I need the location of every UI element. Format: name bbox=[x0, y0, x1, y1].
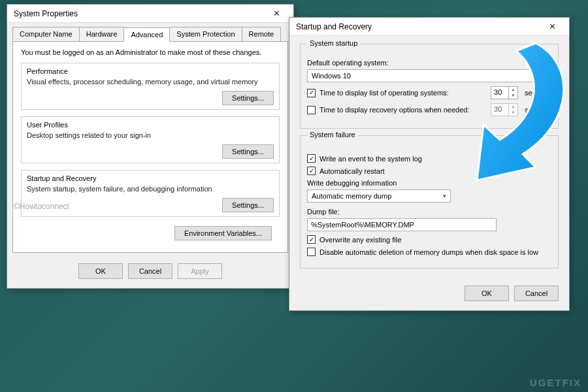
tab-computer-name[interactable]: Computer Name bbox=[12, 27, 80, 41]
dialog-buttons: OK Cancel bbox=[289, 279, 569, 310]
titlebar: System Properties ✕ bbox=[7, 5, 293, 23]
performance-group: Performance Visual effects, processor sc… bbox=[21, 63, 280, 110]
auto-restart-checkbox[interactable]: ✓ bbox=[307, 167, 316, 175]
default-os-select[interactable]: Windows 10 ▾ bbox=[307, 69, 551, 82]
disable-delete-checkbox[interactable] bbox=[307, 248, 316, 256]
startup-recovery-settings-button[interactable]: Settings... bbox=[222, 198, 274, 212]
apply-button: Apply bbox=[178, 263, 222, 279]
close-icon[interactable]: ✕ bbox=[539, 19, 565, 35]
debug-info-value: Automatic memory dump bbox=[312, 192, 391, 200]
window-title: System Properties bbox=[14, 9, 263, 18]
titlebar: Startup and Recovery ✕ bbox=[289, 18, 569, 36]
tab-body: You must be logged on as an Administrato… bbox=[12, 42, 288, 253]
dialog-body: System startup Default operating system:… bbox=[289, 36, 569, 279]
default-os-label: Default operating system: bbox=[307, 59, 551, 67]
time-recovery-label: Time to display recovery options when ne… bbox=[319, 106, 487, 114]
tab-strip: Computer Name Hardware Advanced System P… bbox=[12, 27, 288, 42]
ok-button[interactable]: OK bbox=[78, 263, 123, 279]
time-list-unit: seconds bbox=[525, 89, 551, 97]
intro-text: You must be logged on as an Administrato… bbox=[21, 48, 280, 56]
performance-settings-button[interactable]: Settings... bbox=[222, 91, 274, 105]
tab-remote[interactable]: Remote bbox=[242, 27, 282, 41]
overwrite-label: Overwrite any existing file bbox=[319, 236, 401, 244]
user-profiles-title: User Profiles bbox=[27, 121, 274, 129]
close-icon[interactable]: ✕ bbox=[263, 6, 289, 22]
system-properties-window: System Properties ✕ Computer Name Hardwa… bbox=[7, 4, 294, 289]
time-list-label: Time to display list of operating system… bbox=[319, 89, 487, 97]
dump-file-input[interactable]: %SystemRoot%\MEMORY.DMP bbox=[307, 218, 497, 231]
chevron-down-icon: ▾ bbox=[443, 193, 446, 199]
debug-info-label: Write debugging information bbox=[307, 179, 551, 187]
write-event-label: Write an event to the system log bbox=[319, 155, 422, 163]
auto-restart-label: Automatically restart bbox=[319, 167, 385, 175]
attribution-text: ©Howtoconnect bbox=[14, 202, 69, 211]
cancel-button[interactable]: Cancel bbox=[128, 263, 172, 279]
disable-delete-label: Disable automatic deletion of memory dum… bbox=[319, 248, 538, 256]
dump-file-label: Dump file: bbox=[307, 208, 551, 216]
time-list-spinner[interactable]: 30 ▲▼ bbox=[491, 86, 518, 99]
startup-recovery-title: Startup and Recovery bbox=[27, 174, 274, 182]
tab-advanced[interactable]: Advanced bbox=[123, 27, 170, 42]
overwrite-checkbox[interactable]: ✓ bbox=[307, 235, 316, 244]
time-recovery-spinner: 30 ▲▼ bbox=[491, 103, 518, 116]
time-list-checkbox[interactable]: ✓ bbox=[307, 89, 316, 97]
system-startup-fieldset: System startup Default operating system:… bbox=[300, 44, 559, 129]
write-event-checkbox[interactable]: ✓ bbox=[307, 154, 316, 163]
user-profiles-desc: Desktop settings related to your sign-in bbox=[27, 131, 274, 139]
default-os-value: Windows 10 bbox=[312, 72, 351, 80]
system-failure-fieldset: System failure ✓ Write an event to the s… bbox=[300, 135, 559, 269]
window-title: Startup and Recovery bbox=[296, 22, 539, 31]
spinner-value: 30 bbox=[491, 87, 508, 99]
system-startup-legend: System startup bbox=[307, 39, 360, 47]
startup-recovery-window: Startup and Recovery ✕ System startup De… bbox=[289, 17, 570, 311]
debug-info-select[interactable]: Automatic memory dump ▾ bbox=[307, 189, 451, 203]
tab-system-protection[interactable]: System Protection bbox=[169, 27, 242, 41]
user-profiles-settings-button[interactable]: Settings... bbox=[222, 144, 274, 159]
user-profiles-group: User Profiles Desktop settings related t… bbox=[21, 116, 280, 163]
tab-hardware[interactable]: Hardware bbox=[79, 27, 125, 41]
environment-variables-button[interactable]: Environment Variables... bbox=[174, 226, 272, 240]
ok-button[interactable]: OK bbox=[465, 286, 509, 301]
startup-recovery-desc: System startup, system failure, and debu… bbox=[27, 185, 274, 193]
time-recovery-unit: seconds bbox=[525, 106, 551, 114]
chevron-down-icon: ▾ bbox=[544, 73, 547, 79]
cancel-button[interactable]: Cancel bbox=[514, 286, 559, 301]
performance-desc: Visual effects, processor scheduling, me… bbox=[27, 78, 274, 86]
system-failure-legend: System failure bbox=[307, 131, 358, 139]
spinner-value: 30 bbox=[491, 104, 508, 116]
performance-title: Performance bbox=[27, 67, 274, 75]
watermark-text: UGETFIX bbox=[530, 377, 581, 388]
dialog-buttons: OK Cancel Apply bbox=[7, 257, 293, 288]
time-recovery-checkbox[interactable] bbox=[307, 106, 316, 114]
